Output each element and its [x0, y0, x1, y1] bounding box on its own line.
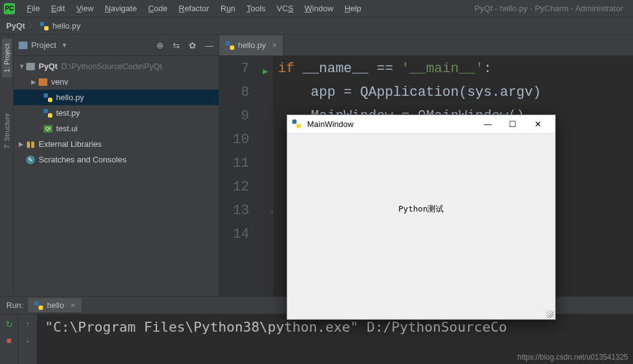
- tool-tab-structure[interactable]: 7: Structure: [2, 108, 12, 154]
- maximize-button[interactable]: ☐: [500, 116, 525, 133]
- down-icon[interactable]: ↓: [26, 335, 30, 344]
- settings-gear-icon[interactable]: ✿: [189, 40, 196, 50]
- watermark-url: https://blog.csdn.net/u013541325: [518, 353, 628, 362]
- popup-client-area: Python测试: [287, 134, 555, 319]
- rerun-icon[interactable]: ↻: [6, 319, 13, 329]
- run-toolbar-primary: ↻ ■: [0, 314, 19, 364]
- scratches-icon: ✎: [26, 156, 35, 164]
- left-tool-gutter: 1: Project 7: Structure: [0, 35, 14, 296]
- hide-panel-icon[interactable]: —: [205, 40, 214, 50]
- close-button[interactable]: ✕: [525, 116, 550, 133]
- editor-tab-hello[interactable]: hello.py ×: [219, 35, 283, 55]
- tree-scratches[interactable]: ✎ Scratches and Consoles: [14, 152, 219, 167]
- tree-item-label: test.ui: [56, 124, 78, 133]
- tree-item-label: venv: [51, 77, 68, 86]
- menu-code[interactable]: Code: [143, 4, 173, 13]
- caret-right-icon[interactable]: ▶: [19, 141, 26, 147]
- python-file-icon: [44, 109, 52, 118]
- breadcrumb-bar: PyQt 〉 hello.py: [0, 17, 633, 35]
- run-line-icon[interactable]: ▶: [258, 60, 273, 83]
- stop-icon[interactable]: ■: [6, 335, 11, 345]
- folder-icon: [39, 78, 47, 86]
- tree-item-label: test.py: [56, 108, 80, 118]
- editor-tab-bar: hello.py ×: [219, 35, 633, 56]
- tree-item-hello[interactable]: hello.py: [14, 90, 219, 105]
- project-panel-header: Project ▼ ⊕ ⇆ ✿ —: [14, 35, 219, 56]
- popup-titlebar[interactable]: MainWindow — ☐ ✕: [287, 115, 555, 134]
- run-gutter: ▶: [258, 56, 273, 296]
- menu-navigate[interactable]: Navigate: [99, 4, 142, 13]
- run-toolbar-secondary: ↑ ↓: [19, 314, 37, 364]
- python-file-icon: [226, 41, 234, 50]
- editor-tab-label: hello.py: [238, 40, 266, 50]
- project-panel-title: Project: [31, 40, 56, 50]
- app-window-mainwindow: MainWindow — ☐ ✕ Python测试: [287, 114, 556, 320]
- library-icon: ▮▮: [26, 141, 35, 148]
- python-file-icon: [44, 93, 52, 102]
- pycharm-logo-icon: PC: [4, 3, 15, 14]
- tree-item-venv[interactable]: ▶ venv: [14, 74, 219, 90]
- popup-label: Python测试: [399, 203, 444, 215]
- window-title: PyQt - hello.py - PyCharm - Administrato…: [475, 4, 623, 13]
- breadcrumb-root-label: PyQt: [6, 21, 25, 30]
- project-panel: Project ▼ ⊕ ⇆ ✿ — ▼ PyQt D:\PythonSource…: [14, 35, 219, 296]
- caret-down-icon[interactable]: ▼: [19, 63, 26, 70]
- run-tab[interactable]: hello ×: [28, 298, 81, 312]
- breadcrumb-file[interactable]: hello.py: [40, 21, 80, 30]
- tree-root[interactable]: ▼ PyQt D:\PythonSourceCode\PyQt: [14, 58, 219, 74]
- project-icon: [19, 42, 27, 49]
- up-icon[interactable]: ↑: [26, 319, 30, 329]
- fold-indicator-icon[interactable]: ⌃: [269, 203, 274, 226]
- tree-item-label: Scratches and Consoles: [39, 155, 126, 164]
- tool-tab-project[interactable]: 1: Project: [2, 39, 12, 77]
- menu-vcs[interactable]: VCS: [271, 4, 299, 13]
- minimize-button[interactable]: —: [475, 116, 500, 133]
- menu-file[interactable]: File: [21, 4, 45, 13]
- line-number-gutter: 7891011121314: [219, 56, 258, 296]
- tree-item-label: External Libraries: [39, 139, 102, 149]
- python-file-icon: [34, 301, 43, 310]
- tree-item-test-py[interactable]: test.py: [14, 105, 219, 121]
- ui-file-icon: Qt: [44, 125, 52, 133]
- run-tab-label: hello: [47, 301, 64, 310]
- menu-edit[interactable]: Edit: [45, 4, 70, 13]
- menu-tools[interactable]: Tools: [241, 4, 271, 13]
- breadcrumb-separator-icon: 〉: [27, 19, 37, 32]
- close-icon[interactable]: ×: [70, 301, 75, 310]
- menu-refactor[interactable]: Refactor: [173, 4, 215, 13]
- menu-run[interactable]: Run: [215, 4, 241, 13]
- python-file-icon: [40, 22, 49, 30]
- tree-item-label: hello.py: [56, 93, 84, 102]
- resize-grip-icon[interactable]: [546, 310, 554, 318]
- menu-window[interactable]: Window: [299, 4, 339, 13]
- breadcrumb-root[interactable]: PyQt: [6, 21, 25, 30]
- tree-external-libs[interactable]: ▶ ▮▮ External Libraries: [14, 136, 219, 152]
- app-icon: [292, 119, 302, 129]
- popup-title: MainWindow: [307, 119, 353, 129]
- locate-icon[interactable]: ⊕: [156, 40, 164, 50]
- menu-view[interactable]: View: [70, 4, 99, 13]
- menu-help[interactable]: Help: [339, 4, 367, 13]
- close-tab-icon[interactable]: ×: [272, 40, 277, 50]
- run-title: Run:: [6, 301, 23, 310]
- caret-right-icon[interactable]: ▶: [31, 78, 39, 85]
- folder-icon: [26, 63, 35, 70]
- menu-bar: PC File Edit View Navigate Code Refactor…: [0, 0, 633, 17]
- tree-item-test-ui[interactable]: Qt test.ui: [14, 121, 219, 136]
- tree-root-label: PyQt: [39, 62, 57, 71]
- dropdown-icon[interactable]: ▼: [61, 42, 67, 49]
- tree-root-path: D:\PythonSourceCode\PyQt: [61, 62, 162, 71]
- project-tree: ▼ PyQt D:\PythonSourceCode\PyQt ▶ venv h…: [14, 56, 219, 170]
- collapse-icon[interactable]: ⇆: [173, 40, 180, 50]
- breadcrumb-file-label: hello.py: [52, 21, 80, 30]
